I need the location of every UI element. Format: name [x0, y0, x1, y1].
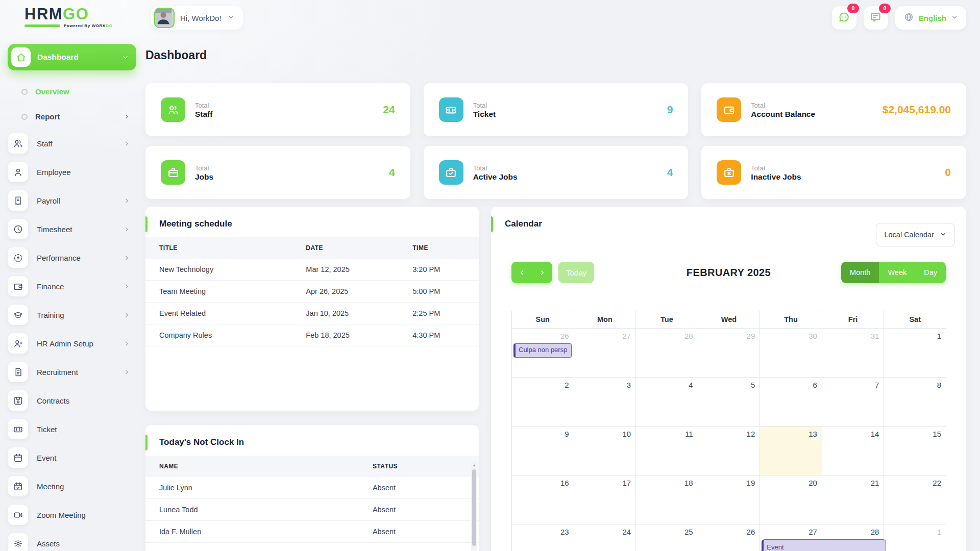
calendar-day-cell[interactable]: 5: [698, 378, 761, 427]
day-number: 25: [684, 528, 693, 536]
stat-card-inactive-jobs[interactable]: TotalInactive Jobs0: [701, 146, 966, 199]
calendar-day-cell[interactable]: 17: [574, 475, 636, 524]
sidebar-item-employee[interactable]: Employee: [8, 158, 136, 186]
sidebar: DashboardOverviewReportStaffEmployeePayr…: [8, 44, 136, 551]
chevron-right-icon: [124, 140, 130, 147]
calendar-icon: [8, 447, 28, 468]
calendar-view-month[interactable]: Month: [841, 262, 879, 283]
calendar-day-cell[interactable]: 28: [636, 329, 698, 378]
sidebar-item-label: Timesheet: [37, 225, 72, 234]
graduation-cap-icon: [8, 305, 28, 325]
calendar-view-day[interactable]: Day: [915, 262, 946, 283]
calendar-day-cell[interactable]: 10: [574, 427, 636, 475]
sidebar-item-label: Staff: [37, 139, 53, 148]
day-number: 30: [808, 332, 817, 340]
stat-card-staff[interactable]: TotalStaff24: [145, 83, 410, 136]
calendar-day-cell[interactable]: 19: [698, 475, 761, 524]
calendar-day-cell[interactable]: 20: [760, 475, 822, 524]
day-number: 6: [813, 381, 817, 389]
sidebar-item-label: Ticket: [37, 425, 57, 434]
sidebar-item-timesheet[interactable]: Timesheet: [8, 215, 136, 243]
calendar-day-cell[interactable]: 22: [884, 475, 946, 524]
calendar-day-cell[interactable]: 13: [760, 427, 822, 475]
calendar-week-row: 2345678: [512, 378, 946, 427]
language-selector[interactable]: English: [895, 6, 966, 30]
calendar-day-cell[interactable]: 2: [512, 378, 574, 427]
calendar-day-cell[interactable]: 12: [698, 427, 761, 475]
calendar-day-cell[interactable]: 8: [884, 378, 946, 427]
calendar-day-cell[interactable]: 23: [512, 524, 574, 551]
table-cell: Absent: [359, 499, 479, 521]
sidebar-item-hr-admin-setup[interactable]: HR Admin Setup: [8, 329, 136, 358]
calendar-day-cell[interactable]: 7: [822, 378, 885, 427]
day-number: 20: [808, 479, 817, 487]
calendar-day-cell[interactable]: 6: [760, 378, 822, 427]
today-button[interactable]: Today: [558, 262, 594, 283]
calendar-event[interactable]: Event: [762, 539, 886, 551]
sidebar-item-assets[interactable]: Assets: [8, 529, 136, 551]
messenger-button[interactable]: 0: [832, 6, 856, 30]
brand-logo[interactable]: HRMGO Powered By WORKDO: [24, 7, 113, 28]
calendar-source-select[interactable]: Local Calendar: [876, 223, 955, 246]
calendar-day-cell[interactable]: 29: [698, 329, 761, 378]
next-month-button[interactable]: [532, 262, 552, 283]
sidebar-item-performance[interactable]: Performance: [8, 243, 136, 272]
sidebar-item-meeting[interactable]: Meeting: [8, 472, 136, 500]
scrollbar-thumb[interactable]: [472, 469, 476, 546]
sidebar-item-staff[interactable]: Staff: [8, 129, 136, 158]
calendar-day-cell[interactable]: 14: [822, 427, 885, 475]
calendar-day-cell[interactable]: 1: [884, 524, 946, 551]
stat-card-account-balance[interactable]: TotalAccount Balance$2,045,619.00: [701, 83, 966, 136]
calendar-day-cell[interactable]: 26Culpa non persp: [512, 329, 574, 378]
not-clock-in-card: Today's Not Clock In NAMESTATUS Julie Ly…: [145, 425, 479, 551]
calendar-event[interactable]: Culpa non persp: [513, 343, 572, 358]
calendar-view-week[interactable]: Week: [879, 262, 915, 283]
calendar-day-cell[interactable]: 4: [636, 378, 698, 427]
calendar-day-cell[interactable]: 21: [822, 475, 885, 524]
sidebar-item-ticket[interactable]: Ticket: [8, 415, 136, 443]
calendar-day-cell[interactable]: 9: [512, 427, 574, 475]
stat-value: 4: [667, 166, 673, 179]
calendar-day-cell[interactable]: 1: [884, 329, 946, 378]
chevron-down-icon: [227, 13, 235, 23]
sidebar-item-training[interactable]: Training: [8, 300, 136, 329]
stat-card-jobs[interactable]: TotalJobs4: [145, 146, 410, 199]
sidebar-item-zoom-meeting[interactable]: Zoom Meeting: [8, 500, 136, 529]
calendar-day-cell[interactable]: 11: [636, 427, 698, 475]
sidebar-item-dashboard[interactable]: Dashboard: [8, 44, 136, 70]
table-row: Team MeetingApr 26, 20255:00 PM: [145, 281, 479, 303]
calendar-day-cell[interactable]: 15: [884, 427, 946, 475]
sidebar-item-overview[interactable]: Overview: [8, 79, 136, 104]
users-icon: [8, 133, 28, 154]
chevron-right-icon: [124, 255, 130, 261]
scrollbar-up-arrow[interactable]: ▲: [471, 463, 477, 467]
sidebar-item-payroll[interactable]: Payroll: [8, 186, 136, 215]
calendar-day-cell[interactable]: 27: [574, 329, 636, 378]
sidebar-item-label: Overview: [35, 87, 69, 96]
stat-card-ticket[interactable]: TotalTicket9: [424, 83, 689, 136]
sidebar-item-contracts[interactable]: Contracts: [8, 386, 136, 415]
calendar-day-cell[interactable]: 26: [698, 524, 761, 551]
table-scrollbar[interactable]: ▲: [471, 462, 477, 551]
powered-by-label: Powered By WORKDO: [64, 23, 113, 28]
calendar-day-cell[interactable]: 18: [636, 475, 698, 524]
notifications-button[interactable]: 0: [864, 6, 888, 30]
calendar-day-cell[interactable]: 25: [636, 524, 698, 551]
sidebar-item-report[interactable]: Report: [8, 104, 136, 129]
calendar-day-cell[interactable]: 31: [822, 329, 885, 378]
user-menu[interactable]: Hi, WorkDo!: [151, 6, 243, 30]
sidebar-item-finance[interactable]: Finance: [8, 272, 136, 300]
sidebar-item-label: Dashboard: [37, 53, 79, 62]
calendar-day-cell[interactable]: 30: [760, 329, 822, 378]
day-number: 2: [565, 381, 569, 389]
stat-card-active-jobs[interactable]: TotalActive Jobs4: [424, 146, 689, 199]
table-cell: 3:20 PM: [399, 259, 479, 281]
sidebar-item-recruitment[interactable]: Recruitment: [8, 358, 136, 386]
prev-month-button[interactable]: [511, 262, 532, 283]
sidebar-item-event[interactable]: Event: [8, 443, 136, 472]
calendar-day-cell[interactable]: 24: [574, 524, 636, 551]
calendar-day-cell[interactable]: 16: [512, 475, 574, 524]
table-cell: Absent: [359, 521, 479, 543]
calendar-day-cell[interactable]: 3: [574, 378, 636, 427]
column-header-name: NAME: [145, 456, 359, 477]
